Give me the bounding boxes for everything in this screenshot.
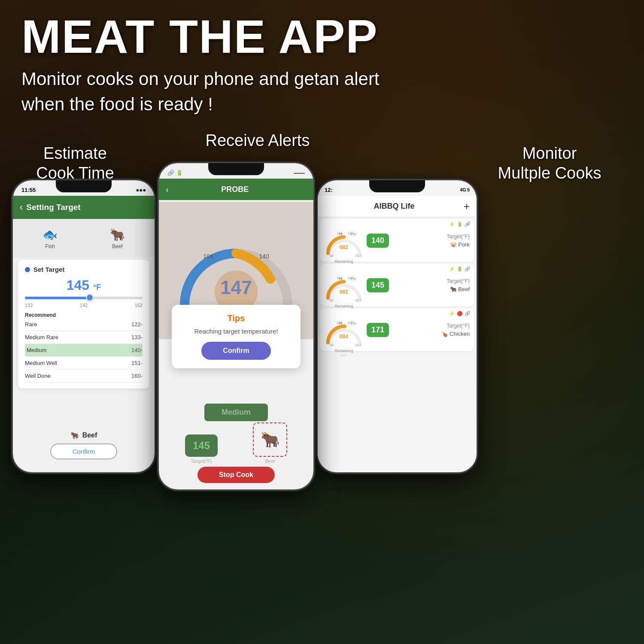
left-header-title: Setting Target <box>26 203 80 212</box>
battery-icon-beef: 🔋 <box>457 266 463 272</box>
svg-text:176: 176 <box>350 322 356 325</box>
tips-title: Tips <box>180 313 292 323</box>
link-icon-chicken: 🔗 <box>465 311 471 316</box>
bluetooth-icon-pork: ⚡ <box>449 222 455 227</box>
animal-row: 🐂 Beef <box>70 431 97 439</box>
center-header-title: PROBE <box>172 185 298 194</box>
tips-popup: Tips Reaching target temperature! Confir… <box>172 305 301 368</box>
link-icon-pork: 🔗 <box>465 222 471 227</box>
pork-target-label: Target(°F) <box>447 234 470 240</box>
stop-cook-button[interactable]: Stop Cook <box>197 467 275 483</box>
svg-text:212: 212 <box>355 298 361 302</box>
right-phone-screen: 12: 4G 5 AIBBQ Life + ⚡ 🔋 🔗 <box>318 180 477 472</box>
temp-row-medium-well[interactable]: Medium Well 151- <box>25 357 143 370</box>
dot-indicator <box>25 267 30 272</box>
beef-label-center: Beef <box>253 459 287 464</box>
tips-text: Reaching target temperature! <box>180 328 292 335</box>
svg-text:082: 082 <box>340 289 348 295</box>
pork-target-box: 140 <box>367 234 389 248</box>
cook-item-chicken[interactable]: ⚡ 🔴 🔗 32 104 140 212 68 1 <box>320 308 474 351</box>
set-target-box: Set Target 145 °F 132 142 152 Recommend <box>18 260 149 389</box>
food-beef[interactable]: 🐂 Beef <box>110 228 125 249</box>
temp-row-medium[interactable]: Medium 140- <box>25 344 143 357</box>
center-phone-notch <box>208 163 264 175</box>
section-label-monitor: Monitor Multple Cooks <box>472 144 627 183</box>
mini-gauge-chicken: 32 104 140 212 68 176 084 Remaining--:-- <box>325 313 363 347</box>
svg-text:32: 32 <box>330 343 334 347</box>
svg-text:104: 104 <box>203 253 213 260</box>
left-status-icons: ●●● <box>136 187 146 193</box>
slider-labels: 132 142 152 <box>25 303 143 308</box>
phones-area: 11:55 ●●● ‹ Setting Target 🐟 Fish 🐂 Beef <box>0 163 644 644</box>
fish-label: Fish <box>45 243 55 249</box>
cook-item-pork[interactable]: ⚡ 🔋 🔗 32 104 140 212 68 1 <box>320 219 474 262</box>
chicken-target-label: Target(°F) <box>447 323 470 329</box>
pork-animal-icon: 🐷 Pork <box>450 241 470 248</box>
recommend-label: Recommend <box>25 312 143 318</box>
temp-display: 145 °F <box>25 277 143 293</box>
slider-fill <box>25 297 90 299</box>
left-phone: 11:55 ●●● ‹ Setting Target 🐟 Fish 🐂 Beef <box>13 180 155 472</box>
header-subtitle: Monitor cooks on your phone and getan al… <box>21 67 380 117</box>
temp-slider[interactable] <box>25 297 143 299</box>
temp-row-medium-rare[interactable]: Medium Rare 133- <box>25 331 143 344</box>
cook-item-icons-beef: ⚡ 🔋 🔗 <box>449 266 471 272</box>
pork-right-info: Target(°F) 🐷 Pork <box>392 234 470 248</box>
center-back-arrow[interactable]: ‹ <box>166 185 169 194</box>
beef-animal-icon: 🐂 Beef <box>450 286 470 292</box>
right-app-title: AIBBQ Life <box>325 202 464 211</box>
chicken-animal-icon: 🍗 Chicken <box>441 331 470 337</box>
tips-confirm-button[interactable]: Confirm <box>201 342 270 360</box>
beef-section: 🐂 Beef <box>253 422 287 464</box>
left-header: ‹ Setting Target <box>13 196 155 219</box>
mini-gauge-beef: 32 104 140 212 68 176 082 Remaining--:-- <box>325 268 363 302</box>
section-label-estimate: Estimate Cook Time <box>13 144 137 183</box>
cook-list: ⚡ 🔋 🔗 32 104 140 212 68 1 <box>318 217 477 472</box>
bottom-info: 145 Target(°F) 🐂 Beef <box>159 422 313 464</box>
target-temp-section: 145 Target(°F) <box>185 434 218 464</box>
page-title: MEAT THE APP <box>21 13 380 60</box>
center-bar-right: —— <box>294 170 305 176</box>
temp-row-rare[interactable]: Rare 122- <box>25 318 143 331</box>
bottom-confirm-area: 🐂 Beef Confirm <box>13 431 155 459</box>
animal-icon: 🐂 <box>70 431 79 439</box>
svg-text:212: 212 <box>355 254 361 258</box>
svg-text:32: 32 <box>330 298 334 302</box>
confirm-button[interactable]: Confirm <box>50 444 118 459</box>
svg-text:68: 68 <box>339 232 343 236</box>
beef-target-box: 145 <box>367 278 389 292</box>
center-header: ‹ PROBE <box>159 179 313 200</box>
svg-text:68: 68 <box>339 322 343 325</box>
beef-right-info: Target(°F) 🐂 Beef <box>392 278 470 292</box>
temp-row-well-done[interactable]: Well Done 160- <box>25 370 143 383</box>
cook-item-beef[interactable]: ⚡ 🔋 🔗 32 104 140 212 68 1 <box>320 264 474 307</box>
target-temp-box: 145 <box>185 434 218 457</box>
svg-text:32: 32 <box>330 254 334 258</box>
link-icon-beef: 🔗 <box>465 266 471 272</box>
bluetooth-icon-chicken: ⚡ <box>449 311 455 316</box>
fish-icon: 🐟 <box>43 228 58 242</box>
svg-text:68: 68 <box>339 277 343 281</box>
chicken-right-info: Target(°F) 🍗 Chicken <box>392 323 470 337</box>
mini-gauge-pork: 32 104 140 212 68 176 082 Remaining--:-- <box>325 223 363 258</box>
svg-text:176: 176 <box>350 232 356 236</box>
beef-dashed-box: 🐂 <box>253 422 287 457</box>
set-target-label: Set Target <box>25 266 143 273</box>
food-fish[interactable]: 🐟 Fish <box>43 228 58 249</box>
right-header: AIBBQ Life + <box>318 196 477 217</box>
right-phone-notch <box>369 180 425 192</box>
section-label-alerts: Receive Alerts <box>185 131 331 151</box>
svg-text:082: 082 <box>340 244 348 250</box>
left-phone-screen: 11:55 ●●● ‹ Setting Target 🐟 Fish 🐂 Beef <box>13 180 155 472</box>
right-plus-button[interactable]: + <box>464 200 470 213</box>
beef-target-label: Target(°F) <box>447 278 470 284</box>
animal-name: Beef <box>82 431 97 439</box>
cook-item-icons-pork: ⚡ 🔋 🔗 <box>449 222 471 227</box>
beef-icon-center: 🐂 <box>261 431 280 449</box>
slider-thumb[interactable] <box>86 294 94 301</box>
beef-icon: 🐂 <box>110 228 125 242</box>
right-phone: 12: 4G 5 AIBBQ Life + ⚡ 🔋 🔗 <box>318 180 477 472</box>
left-back-arrow[interactable]: ‹ <box>20 202 23 213</box>
svg-text:212: 212 <box>355 343 361 347</box>
battery-icon-pork: 🔋 <box>457 222 463 227</box>
